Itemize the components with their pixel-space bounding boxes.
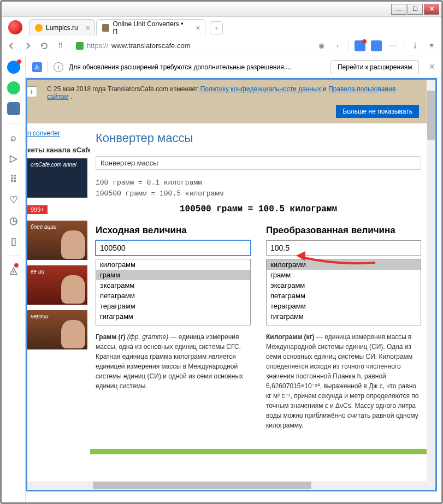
video-thumbnail[interactable]: нергии	[27, 310, 87, 349]
heart-icon[interactable]: ♡	[7, 193, 20, 206]
tab-label: Online Unit Converters • П	[113, 20, 188, 35]
target-column: Преобразованная величина килограмм грамм…	[266, 225, 421, 430]
unit-option[interactable]: гигаграмм	[96, 311, 250, 322]
video-thumbnail[interactable]: ee ии	[27, 265, 87, 305]
close-tab-icon[interactable]: ×	[196, 23, 200, 32]
conversion-history: 100 грамм = 0.1 килограмм 100500 грамм =…	[96, 177, 421, 199]
source-column: Исходная величина килограмм грамм эксагр…	[96, 225, 251, 430]
vk-icon[interactable]	[7, 102, 20, 115]
tab-converters[interactable]: Online Unit Converters • П ×	[96, 19, 205, 35]
unit-option[interactable]: тераграмм	[267, 301, 421, 311]
converter-link[interactable]: n converter	[27, 129, 60, 137]
target-value-input[interactable]	[266, 240, 421, 256]
video-thumbnail[interactable]: orsCafe.com annel	[27, 158, 87, 198]
extension-icon[interactable]	[355, 40, 365, 51]
favicon-icon	[102, 24, 110, 32]
breadcrumb: Конвертер массы	[96, 156, 421, 170]
unit-option[interactable]: мегаграмм	[267, 322, 421, 325]
extensions-cube-icon[interactable]: ◬	[7, 264, 20, 277]
unit-option[interactable]: гигаграмм	[267, 311, 421, 322]
person-icon	[61, 230, 85, 259]
close-infobar-icon[interactable]: ×	[429, 61, 435, 73]
thumbnail-text: ee ии	[31, 269, 44, 275]
info-icon: i	[54, 62, 63, 72]
unit-etymology: (фр. gramme)	[127, 333, 168, 341]
unit-option[interactable]: петаграмм	[267, 290, 421, 301]
source-heading: Исходная величина	[96, 225, 251, 236]
address-bar: ⠿ https://www.translatorscafe.com ◉ › ⋯ …	[2, 35, 441, 56]
expand-button[interactable]: +	[26, 86, 37, 97]
opera-logo-icon[interactable]	[8, 20, 22, 34]
banner-text-and: и	[323, 85, 328, 93]
url-box[interactable]: https://www.translatorscafe.com	[72, 38, 310, 54]
close-window-button[interactable]: ✕	[424, 4, 439, 15]
unit-option[interactable]: грамм	[267, 270, 421, 280]
unit-option[interactable]: петаграмм	[96, 290, 250, 301]
favicon-icon	[35, 24, 43, 32]
chevron-right-icon[interactable]: ›	[332, 40, 343, 51]
scrollbar-thumb[interactable]	[93, 482, 311, 489]
video-thumbnail[interactable]: бнее ации	[27, 221, 87, 260]
back-button[interactable]	[6, 40, 17, 51]
thumbnail-text: бнее ации	[31, 224, 56, 230]
divider	[6, 256, 21, 256]
horizontal-scrollbar[interactable]	[27, 481, 427, 490]
dismiss-banner-button[interactable]: Больше не показывать	[336, 105, 419, 118]
url-prefix: https://	[87, 41, 108, 50]
tab-bar: Lumpics.ru × Online Unit Converters • П …	[2, 17, 441, 35]
search-icon[interactable]: ⌕	[7, 131, 20, 144]
close-tab-icon[interactable]: ×	[86, 23, 90, 32]
divider	[349, 40, 349, 51]
camera-icon[interactable]: ◉	[316, 40, 327, 51]
scrollbar-thumb[interactable]	[427, 91, 435, 140]
unit-option[interactable]: грамм	[96, 270, 250, 280]
unit-option[interactable]: мегаграмм	[96, 322, 250, 325]
whatsapp-icon[interactable]	[7, 81, 20, 94]
forward-button[interactable]	[22, 40, 33, 51]
minimize-button[interactable]: —	[391, 4, 406, 15]
unit-option[interactable]: эксаграмм	[267, 280, 421, 290]
privacy-policy-link[interactable]: Политику конфиденциальности данных	[200, 85, 321, 93]
menu-icon[interactable]: ≡	[426, 40, 437, 51]
main-column: Конвертер массы Конвертер массы 100 грам…	[90, 123, 427, 438]
tab-lumpics[interactable]: Lumpics.ru ×	[29, 19, 95, 35]
new-tab-button[interactable]: +	[210, 21, 223, 34]
notification-badge: 999+	[27, 205, 48, 214]
divider	[48, 61, 48, 73]
unit-name: Килограмм (кг)	[266, 333, 315, 341]
banner-text-prefix: С 25 мая 2018 года TranslatorsCafe.com и…	[47, 85, 200, 93]
history-line: 100 грамм = 0.1 килограмм	[96, 177, 421, 188]
person-icon	[61, 320, 85, 348]
extension-info-bar: あ i Для обновления расширений требуются …	[26, 56, 441, 78]
play-icon[interactable]: ▷	[7, 152, 20, 165]
unit-option[interactable]: тераграмм	[96, 301, 250, 311]
target-unit-description: Килограмм (кг) — единица измерения массы…	[266, 332, 421, 430]
history-icon[interactable]: ◷	[7, 214, 20, 227]
left-column: n converter кеты канала sCafe.com на ors…	[27, 123, 90, 438]
download-icon[interactable]: ⭳	[410, 40, 421, 51]
maximize-button[interactable]: ☐	[407, 4, 423, 15]
translate-icon: あ	[32, 62, 42, 72]
unit-option[interactable]: килограмм	[96, 259, 250, 270]
person-icon	[61, 275, 85, 304]
thumbnail-text: нергии	[31, 313, 49, 319]
bookmark-icon[interactable]: ▯	[7, 235, 20, 248]
source-unit-list[interactable]: килограмм грамм эксаграмм петаграмм тера…	[96, 259, 251, 325]
unit-option[interactable]: килограмм	[267, 259, 421, 270]
goto-extensions-button[interactable]: Перейти к расширениям	[330, 60, 420, 74]
privacy-banner: + С 25 мая 2018 года TranslatorsCafe.com…	[27, 80, 427, 123]
messenger-icon[interactable]	[7, 61, 20, 74]
reload-button[interactable]	[39, 40, 50, 51]
target-unit-list[interactable]: килограмм грамм эксаграмм петаграмм тера…	[266, 259, 421, 325]
lock-icon	[76, 42, 84, 50]
apps-icon[interactable]: ⠿	[7, 173, 20, 186]
vertical-scrollbar[interactable]	[427, 80, 435, 490]
unit-desc-text: — единица измерения массы в Международно…	[266, 333, 419, 429]
more-extensions-icon[interactable]: ⋯	[387, 40, 398, 51]
unit-option[interactable]: эксаграмм	[96, 280, 250, 290]
translate-extension-icon[interactable]	[371, 40, 382, 51]
target-heading: Преобразованная величина	[266, 225, 421, 236]
speed-dial-button[interactable]: ⠿	[55, 40, 66, 51]
banner-text-suffix: .	[70, 93, 72, 100]
source-value-input[interactable]	[96, 240, 251, 256]
